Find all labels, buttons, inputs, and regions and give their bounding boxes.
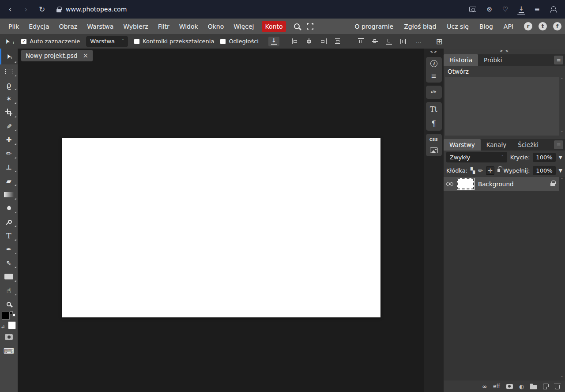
browser-reload-button[interactable]: ↻ (36, 5, 48, 14)
direct-select-tool[interactable]: ⇖ (0, 256, 18, 270)
save-download-button[interactable]: ↓ (268, 37, 279, 46)
background-color-swatch[interactable] (8, 321, 16, 329)
blur-tool[interactable] (0, 201, 18, 215)
move-tool[interactable]: ➤+ (0, 49, 18, 64)
tab-kanaly[interactable]: Kanały (481, 139, 512, 151)
document-canvas[interactable] (62, 138, 380, 317)
rectangle-tool[interactable] (0, 270, 18, 283)
profile-icon[interactable] (550, 6, 556, 13)
align-hcenter-icon[interactable] (306, 38, 313, 44)
lock-pixels-icon[interactable]: ✏ (478, 168, 483, 173)
default-colors-icon-2[interactable] (12, 313, 15, 317)
delete-layer-icon[interactable] (555, 385, 560, 389)
transform-controls-checkbox[interactable] (134, 39, 139, 44)
blend-mode-dropdown[interactable]: Zwykły ˅ (446, 152, 507, 162)
swap-colors-icon[interactable]: ⇄ (1, 324, 5, 329)
image-panel-icon[interactable] (430, 147, 438, 153)
opacity-input[interactable]: 100% (533, 153, 555, 162)
layer-thumbnail[interactable] (457, 178, 474, 189)
pen-tool[interactable]: ✒ (0, 242, 18, 256)
menu-api[interactable]: API (499, 20, 518, 33)
scroll-up-icon[interactable]: ˄ (561, 177, 563, 182)
lock-position-icon[interactable]: ✛ (486, 166, 494, 175)
distribute-vertical-icon[interactable] (334, 38, 341, 44)
link-layers-icon[interactable]: ∞ (482, 383, 487, 390)
canvas-workspace[interactable]: Nowy projekt.psd × (18, 49, 424, 392)
info-panel-icon[interactable]: i (430, 60, 437, 67)
history-menu-icon[interactable]: ≡ (554, 56, 563, 64)
adjustment-layer-icon[interactable]: ◐ (519, 383, 524, 390)
distances-checkbox[interactable] (220, 39, 226, 44)
dodge-tool[interactable] (0, 215, 18, 229)
paragraph-panel-icon[interactable]: ¶ (431, 119, 436, 128)
eyedropper-tool[interactable]: ✎ (0, 119, 18, 133)
character-panel-icon[interactable]: Tt (430, 105, 437, 113)
browser-back-button[interactable]: ‹ (4, 5, 16, 14)
clone-stamp-tool[interactable]: ⊥ (0, 160, 18, 174)
menu-filtr[interactable]: Filtr (153, 20, 174, 33)
menu-wiecej[interactable]: Więcej (229, 20, 259, 33)
css-panel-icon[interactable]: css (429, 137, 438, 142)
menu-zglos-blad[interactable]: Zgłoś błąd (399, 20, 441, 33)
search-icon[interactable] (294, 23, 300, 29)
auto-select-checkbox[interactable]: ✓ (21, 39, 26, 44)
brush-settings-icon[interactable]: ✑ (431, 89, 437, 96)
screenshot-icon[interactable] (469, 7, 476, 12)
url-text[interactable]: www.photopea.com (66, 6, 127, 13)
twitter-icon[interactable]: t (539, 22, 547, 30)
tab-probki[interactable]: Próbki (478, 54, 508, 66)
tab-warstwy[interactable]: Warstwy (444, 139, 481, 151)
distances-option[interactable]: Odległości (220, 38, 259, 45)
browser-forward-button[interactable]: › (20, 5, 32, 14)
layers-scrollbar[interactable]: ˄ ˅ (559, 177, 565, 381)
quick-mask-button[interactable] (0, 330, 18, 344)
menu-warstwa[interactable]: Warstwa (82, 20, 118, 33)
layer-effects-button[interactable]: eff (493, 383, 500, 389)
distribute-horizontal-icon[interactable] (400, 38, 406, 45)
shield-icon[interactable]: ⊗ (486, 6, 492, 13)
lasso-tool[interactable]: ϱ (0, 78, 18, 92)
more-options-button[interactable]: … (416, 38, 422, 45)
new-group-icon[interactable] (530, 385, 537, 389)
scroll-down-icon[interactable]: ˅ (561, 131, 563, 135)
align-top-icon[interactable] (358, 38, 364, 45)
menu-blog[interactable]: Blog (475, 20, 497, 33)
opacity-caret-icon[interactable]: ▼ (559, 155, 562, 160)
gradient-tool[interactable] (0, 188, 18, 201)
bookmark-heart-icon[interactable]: ♡ (502, 6, 508, 13)
menu-widok[interactable]: Widok (174, 20, 203, 33)
healing-brush-tool[interactable]: ✚ (0, 133, 18, 147)
adjustments-panel-icon[interactable]: ≡ (431, 73, 437, 79)
document-tab[interactable]: Nowy projekt.psd × (21, 50, 93, 61)
align-bottom-icon[interactable] (386, 38, 392, 45)
scroll-down-icon[interactable]: ˅ (561, 376, 563, 380)
close-tab-icon[interactable]: × (83, 52, 88, 60)
new-layer-icon[interactable] (543, 384, 549, 389)
hand-tool[interactable]: ☝ (0, 283, 18, 297)
magic-wand-tool[interactable]: ✶ (0, 92, 18, 106)
menu-plik[interactable]: Plik (4, 20, 24, 33)
fullscreen-icon[interactable] (307, 23, 313, 30)
lock-transparency-icon[interactable]: ▚ (471, 168, 475, 173)
facebook-icon[interactable]: f (553, 22, 561, 30)
account-button[interactable]: Konto (262, 21, 286, 32)
align-right-icon[interactable] (320, 38, 327, 44)
history-scrollbar[interactable]: ˄ ˅ (559, 77, 565, 136)
reddit-icon[interactable]: r (524, 22, 532, 30)
history-entry-otworz[interactable]: Otwórz (444, 66, 565, 77)
layer-visibility-eye-icon[interactable] (446, 182, 453, 186)
rectangle-select-tool[interactable] (0, 64, 18, 78)
eraser-tool[interactable]: ▰ (0, 174, 18, 188)
brush-tool[interactable]: ✏ (0, 147, 18, 160)
address-bar[interactable]: www.photopea.com (56, 6, 127, 13)
menu-ucz-sie[interactable]: Ucz się (442, 20, 473, 33)
panels-collapse-toggle[interactable]: > < (444, 49, 565, 54)
browser-menu-icon[interactable]: ≡ (534, 6, 540, 13)
menu-okno[interactable]: Okno (203, 20, 229, 33)
fill-input[interactable]: 100% (533, 166, 555, 175)
keyboard-shortcuts-button[interactable]: ⌨ (0, 344, 18, 358)
auto-select-option[interactable]: ✓ Auto zaznaczenie (21, 38, 80, 45)
crop-tool[interactable] (0, 106, 18, 119)
strip-collapse-toggle[interactable]: <> (430, 49, 437, 54)
type-tool[interactable]: T (0, 229, 18, 242)
